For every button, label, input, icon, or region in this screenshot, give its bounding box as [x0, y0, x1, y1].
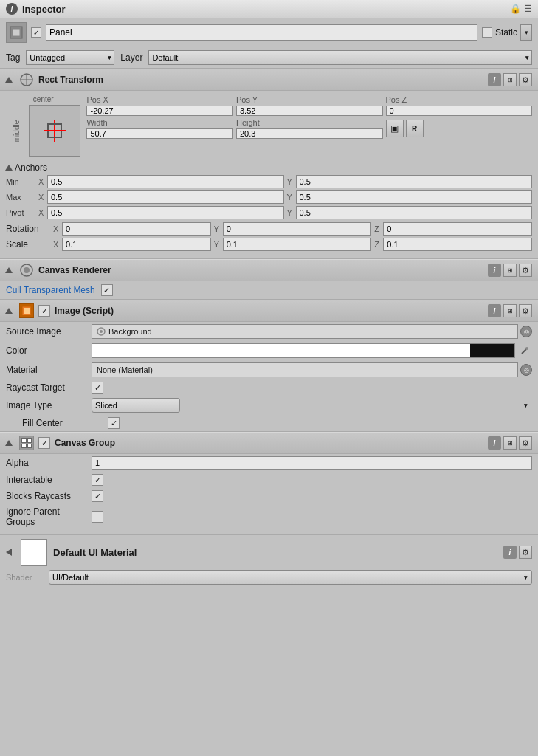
anchor-box [47, 123, 62, 138]
anchor-cross [44, 120, 66, 142]
anchors-header: Anchors [6, 162, 532, 173]
width-input[interactable] [86, 128, 233, 139]
svg-rect-1 [13, 29, 20, 36]
rect-transform-section: Rect Transform i ⊞ ⚙ center middle [0, 69, 538, 259]
mat-info-icon[interactable]: i [503, 546, 517, 559]
color-picker-btn[interactable] [517, 343, 532, 358]
layer-select-wrapper[interactable]: Default ▾ [148, 50, 532, 65]
rotation-y-input[interactable] [223, 222, 372, 236]
height-input[interactable] [236, 128, 383, 139]
rt-gear-icon[interactable]: ⚙ [519, 73, 532, 86]
svg-line-11 [522, 349, 526, 354]
rt-wh-row: Width Height ▣ R [86, 118, 532, 139]
layer-select[interactable]: Default [148, 50, 532, 65]
panel-enabled-checkbox[interactable]: ✓ [31, 27, 41, 38]
pivot-row: Pivot X Y [6, 206, 532, 219]
is-layout-icon[interactable]: ⊞ [503, 304, 517, 317]
shader-dropdown-wrapper[interactable]: UI/Default ▾ [49, 570, 532, 585]
middle-label: middle [13, 120, 21, 141]
anchors-collapse[interactable] [5, 165, 13, 171]
resize-rect-btn[interactable]: ▣ [386, 120, 404, 137]
canvas-group-collapse[interactable] [5, 440, 13, 446]
static-dropdown-arrow[interactable]: ▾ [520, 24, 532, 41]
image-script-enabled[interactable]: ✓ [38, 305, 50, 317]
lock-icon[interactable]: 🔒 [510, 4, 521, 14]
cr-info-icon[interactable]: i [488, 264, 501, 277]
scale-z-input[interactable] [383, 238, 532, 251]
material-select-btn[interactable]: ◎ [520, 364, 532, 376]
rt-info-icon[interactable]: i [488, 73, 501, 86]
source-image-field[interactable]: Background [92, 324, 518, 339]
pivot-x-item: X [38, 206, 284, 219]
canvas-renderer-collapse[interactable] [5, 267, 13, 273]
interactable-label: Interactable [6, 475, 87, 485]
rect-transform-icons: i ⊞ ⚙ [488, 73, 532, 86]
image-type-select[interactable]: Sliced [92, 398, 180, 413]
source-image-label: Source Image [6, 326, 87, 337]
material-field-wrapper: None (Material) ◎ [92, 362, 532, 377]
ignore-parent-groups-row: Ignore Parent Groups [0, 504, 538, 529]
tag-select-wrapper[interactable]: Untagged ▾ [26, 50, 114, 65]
fill-center-checkbox[interactable]: ✓ [108, 417, 120, 429]
canvas-group-enabled[interactable]: ✓ [38, 437, 50, 449]
anchors-min-y-input[interactable] [296, 175, 533, 188]
scale-y-item: Y [214, 238, 372, 251]
pos-z-input[interactable] [386, 106, 533, 116]
cr-layout-icon[interactable]: ⊞ [503, 264, 517, 277]
shader-select[interactable]: UI/Default [49, 570, 532, 585]
color-label: Color [6, 346, 87, 356]
scale-z-item: Z [374, 238, 532, 251]
anchors-title: Anchors [15, 162, 47, 173]
mat-gear-icon[interactable]: ⚙ [519, 546, 532, 559]
scale-x-input[interactable] [62, 238, 211, 251]
pos-y-input[interactable] [236, 106, 383, 116]
interactable-checkbox[interactable]: ✓ [92, 474, 103, 486]
rotation-x-input[interactable] [62, 222, 211, 236]
color-field[interactable] [92, 343, 515, 358]
scale-x-item: X [53, 238, 211, 251]
info-icon: i [6, 3, 18, 15]
image-type-dropdown-wrapper[interactable]: Sliced ▾ [92, 398, 532, 413]
cg-gear-icon[interactable]: ⚙ [519, 436, 532, 450]
reset-btn[interactable]: R [406, 120, 424, 137]
rect-transform-collapse[interactable] [5, 77, 13, 83]
cr-gear-icon[interactable]: ⚙ [519, 264, 532, 277]
cull-mesh-checkbox[interactable]: ✓ [101, 284, 113, 296]
pivot-y-input[interactable] [296, 206, 533, 219]
anchors-max-x-input[interactable] [47, 190, 284, 204]
source-image-select-btn[interactable]: ◎ [520, 326, 532, 337]
image-script-collapse[interactable] [5, 308, 13, 314]
rt-layout-icon[interactable]: ⊞ [503, 73, 517, 86]
cg-layout-icon[interactable]: ⊞ [503, 436, 517, 450]
material-field[interactable]: None (Material) [92, 362, 518, 377]
title-text: Inspector [22, 4, 66, 15]
rotation-z-input[interactable] [383, 222, 532, 236]
menu-icon[interactable]: ☰ [524, 4, 532, 14]
static-checkbox[interactable] [482, 27, 492, 38]
blocks-raycasts-checkbox[interactable]: ✓ [92, 490, 103, 502]
is-info-icon[interactable]: i [488, 304, 501, 317]
anchors-max-y-input[interactable] [296, 190, 533, 204]
scale-x-label: X [53, 240, 61, 249]
cg-info-icon[interactable]: i [488, 436, 501, 450]
tag-select[interactable]: Untagged [26, 50, 114, 65]
pivot-x-input[interactable] [47, 206, 284, 219]
rt-pos-row: Pos X Pos Y Pos Z [86, 95, 532, 116]
canvas-renderer-title: Canvas Renderer [38, 265, 483, 275]
alpha-label: Alpha [6, 458, 87, 468]
canvas-group-icon [19, 436, 34, 450]
material-collapse[interactable] [6, 549, 12, 556]
anchors-section: Anchors Min X Y Max [6, 161, 532, 219]
panel-name-input[interactable] [46, 24, 477, 41]
anchors-min-x-input[interactable] [47, 175, 284, 188]
pos-x-input[interactable] [86, 106, 233, 116]
rect-transform-header: Rect Transform i ⊞ ⚙ [0, 69, 538, 91]
raycast-checkbox[interactable]: ✓ [92, 382, 103, 394]
scale-y-input[interactable] [223, 238, 372, 251]
anchor-visual[interactable] [29, 105, 80, 157]
alpha-input[interactable] [92, 456, 532, 470]
shader-row: Shader UI/Default ▾ [6, 570, 532, 585]
rotation-label: Rotation [6, 224, 50, 234]
is-gear-icon[interactable]: ⚙ [519, 304, 532, 317]
ignore-parent-groups-checkbox[interactable] [92, 511, 103, 523]
